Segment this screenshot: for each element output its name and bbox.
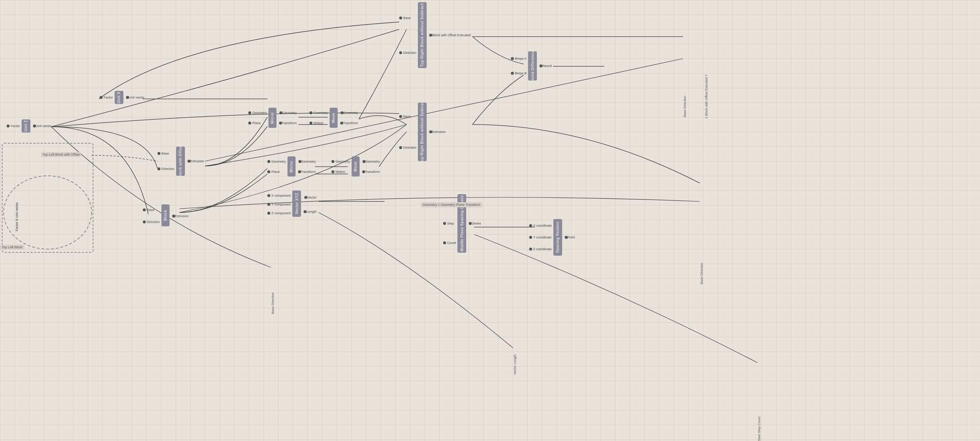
sd-brepsb-port: Breps B (511, 70, 528, 76)
mirror1-geomout-port: Geometry (277, 110, 297, 116)
trb1-dir-label: Direction (403, 51, 417, 54)
vxyz-z-port: Z component (267, 210, 292, 217)
vxyz-y-label: Y component (271, 202, 291, 206)
trb2-dir-label: Direction (403, 146, 417, 150)
port-dot (363, 160, 366, 163)
unit-z-node: Factor Unit Z Unit vector (6, 119, 52, 132)
port-dot (158, 167, 161, 170)
mirror2-plane-port: Plane (267, 169, 288, 175)
bwo-base-port: Base (158, 150, 176, 157)
move1-geom-label: Geometry (313, 111, 328, 115)
port-dot (443, 241, 446, 244)
unit-z-factor-label: Factor (11, 124, 20, 128)
unit-z-output-port: Unit vector (30, 123, 52, 129)
unit-x-node: Factor Unit X Unit vector (100, 91, 145, 104)
bwo-dir-port: Direction (158, 166, 176, 172)
mirror2-geomout-label: Geometry (301, 160, 316, 163)
trb2-dir-port: Direction (399, 144, 418, 151)
unit-z-body: Unit Z (22, 119, 30, 132)
port-dot (279, 122, 282, 124)
sd-result-port: Result (537, 63, 552, 69)
mirror2-label: Mirror (288, 159, 294, 175)
sv-z-port: Z coordinate (529, 246, 554, 252)
spacing-vectors-node: X coordinate Y coordinate Z coordinate S… (529, 219, 575, 256)
port-dot (6, 124, 10, 127)
mirror2-transform-label: Transform (301, 170, 316, 174)
mps-series-port: Series (466, 220, 481, 227)
sv-point-port: Point (562, 234, 575, 240)
trb2-output-port: Extrusion (426, 129, 446, 135)
unit-x-output-port: Unit vector (123, 94, 145, 101)
mirror1-transform-label: Transform (282, 121, 297, 125)
port-dot (443, 222, 446, 225)
port-dot (565, 236, 568, 239)
move1-node: Geometry Motion Move Geometry Transform (309, 108, 358, 128)
vxyz-vector-port: Vector (301, 194, 317, 201)
bwo-extrusion-port: Extrusion (185, 158, 204, 164)
block-offset-extruded-label: 1 Block with Offset Extruded 7 (705, 2, 708, 119)
sv-body: Spacing Vectors (554, 219, 562, 256)
block-extrusion-port: Extrusion (170, 213, 189, 220)
geom-plane-transform-label: Geometry 1 Geometry Plane Transform (421, 202, 482, 207)
port-dot (304, 210, 307, 213)
base-direction-1-label: Base Direction (683, 6, 687, 117)
port-dot (143, 209, 146, 211)
top-left-block-bottom-label: Top Left Block (0, 245, 24, 250)
mirror2-node: Geometry Plane Mirror Geometry Transform (267, 156, 316, 177)
unit-x-factor-port: Factor (100, 94, 115, 101)
move1-transform-port: Transform (338, 120, 358, 126)
sd-body: Solid Difference (528, 51, 537, 81)
mirror1-plane-label: Plane (252, 121, 261, 125)
trb2-label: Top Right Block without Subtract (419, 98, 425, 166)
port-dot (267, 212, 270, 215)
port-dot (529, 236, 532, 239)
mps-step-port: Step (443, 220, 457, 227)
port-dot (399, 16, 402, 19)
sd-label: Solid Difference (530, 48, 536, 83)
top-left-block-offset-label: Top Left Block with Offset (41, 152, 81, 157)
port-dot (267, 194, 270, 197)
vxyz-body: Vector XYZ (292, 191, 301, 217)
unit-z-label: Unit Z (23, 118, 29, 134)
move1-motion-port: Motion (309, 120, 329, 126)
move2-geom-port: Geometry (331, 158, 352, 165)
vxyz-x-port: X component (267, 192, 292, 199)
port-dot (399, 146, 402, 149)
trb2-base-port: Base (399, 113, 418, 120)
base-direction-3-label: Base Direction (271, 253, 275, 314)
move1-geom-port: Geometry (309, 110, 329, 116)
mirror2-plane-label: Plane (271, 170, 280, 174)
port-dot (529, 248, 532, 250)
block-small-node: Base Direction Block Extrusion (143, 204, 189, 228)
vxyz-y-port: Y component (267, 201, 292, 208)
unit-z-factor-port: Factor (6, 123, 22, 129)
port-dot (331, 170, 334, 173)
mirror1-geomout-label: Geometry (282, 111, 297, 115)
trb1-body: Top Right Block without Subtract (418, 2, 426, 68)
mps-count-label: Count (447, 241, 456, 245)
move1-geomout-label: Geometry (344, 111, 358, 115)
top-right-block1-node: Base Direction Top Right Block without S… (399, 2, 471, 68)
port-dot (309, 111, 312, 114)
vxyz-length-port: Length (301, 209, 317, 215)
move2-motion-label: Motion (336, 170, 345, 174)
vxyz-length-label: Length (307, 210, 317, 213)
trb2-output-label: Extrusion (432, 130, 446, 134)
port-dot (511, 57, 514, 60)
trb1-output-label: Block with Offset Extruded (432, 33, 471, 37)
unit-x-factor-label: Factor (103, 96, 113, 99)
port-dot (299, 160, 301, 163)
block-base-label: Base (147, 208, 154, 212)
port-dot (33, 124, 36, 127)
move1-transform-label: Transform (343, 121, 358, 125)
move2-transform-port: Transform (360, 169, 380, 175)
port-dot (340, 111, 344, 114)
trb1-label: Top Right Block without Subtract (419, 1, 425, 69)
port-dot (267, 170, 270, 173)
port-dot (429, 131, 432, 133)
sd-brepsa-label: Breps A (515, 57, 527, 60)
port-dot (267, 203, 270, 206)
block-base-port: Base (143, 207, 162, 213)
port-dot (429, 34, 432, 37)
port-dot (188, 160, 191, 162)
